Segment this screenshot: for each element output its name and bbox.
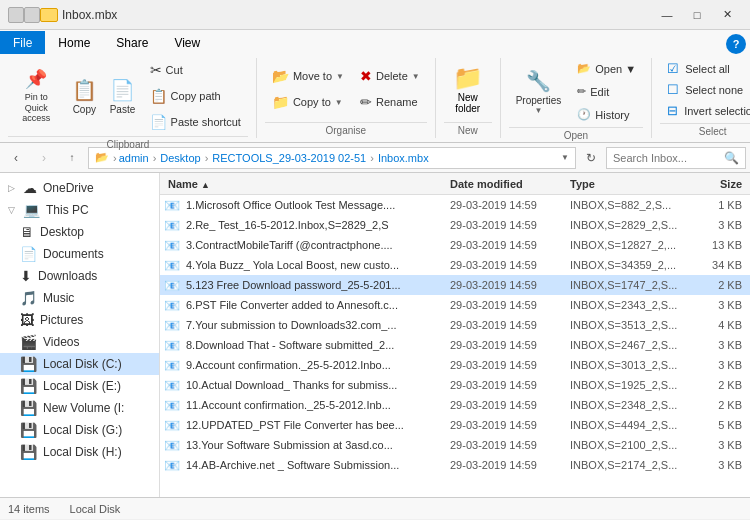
col-header-type[interactable]: Type <box>566 178 686 190</box>
close-button[interactable]: ✕ <box>712 4 742 26</box>
local-disk-c-icon: 💾 <box>20 356 37 372</box>
new-folder-icon: 📁 <box>453 64 483 92</box>
pin-to-quick-access-button[interactable]: 📌 Pin to Quickaccess <box>8 63 64 129</box>
table-row[interactable]: 📧 7.Your submission to Downloads32.com_.… <box>160 315 750 335</box>
move-to-arrow: ▼ <box>336 72 344 81</box>
file-icon: 📧 <box>164 238 180 253</box>
sidebar-item-local-disk-c[interactable]: 💾 Local Disk (C:) <box>0 353 159 375</box>
tab-home[interactable]: Home <box>45 31 103 54</box>
table-row[interactable]: 📧 3.ContractMobileTariff (@contractphone… <box>160 235 750 255</box>
search-box[interactable]: 🔍 <box>606 147 746 169</box>
table-row[interactable]: 📧 11.Account confirmation._25-5-2012.Inb… <box>160 395 750 415</box>
select-all-button[interactable]: ☑ Select all <box>660 58 750 79</box>
sidebar-item-local-disk-e[interactable]: 💾 Local Disk (E:) <box>0 375 159 397</box>
file-icon: 📧 <box>164 198 180 213</box>
table-row[interactable]: 📧 4.Yola Buzz_ Yola Local Boost, new cus… <box>160 255 750 275</box>
local-disk-status: Local Disk <box>70 503 121 515</box>
file-type: INBOX,S=2467_2,S... <box>566 339 686 351</box>
path-admin[interactable]: admin <box>119 152 149 164</box>
refresh-button[interactable]: ↻ <box>580 147 602 169</box>
window-controls: — □ ✕ <box>652 4 742 26</box>
sidebar-item-local-disk-g[interactable]: 💾 Local Disk (G:) <box>0 419 159 441</box>
file-list: 📧 1.Microsoft Office Outlook Test Messag… <box>160 195 750 497</box>
paste-button[interactable]: 📄 Paste <box>104 73 140 120</box>
copy-to-button[interactable]: 📁 Copy to ▼ <box>265 90 351 114</box>
file-type: INBOX,S=882_2,S... <box>566 199 686 211</box>
file-type: INBOX,S=2829_2,S... <box>566 219 686 231</box>
minimize-button[interactable]: — <box>652 4 682 26</box>
open-group-label: Open <box>509 127 643 143</box>
title-small-icon2 <box>24 7 40 23</box>
maximize-button[interactable]: □ <box>682 4 712 26</box>
desktop-icon: 🖥 <box>20 224 34 240</box>
table-row[interactable]: 📧 8.Download That - Software submitted_2… <box>160 335 750 355</box>
sidebar-item-desktop[interactable]: 🖥 Desktop <box>0 221 159 243</box>
file-size: 3 KB <box>686 219 746 231</box>
copy-button[interactable]: 📋 Copy <box>66 73 102 120</box>
table-row[interactable]: 📧 1.Microsoft Office Outlook Test Messag… <box>160 195 750 215</box>
address-dropdown-arrow[interactable]: ▼ <box>561 153 569 162</box>
local-disk-h-icon: 💾 <box>20 444 37 460</box>
file-size: 1 KB <box>686 199 746 211</box>
table-row[interactable]: 📧 13.Your Software Submission at 3asd.co… <box>160 435 750 455</box>
path-desktop[interactable]: Desktop <box>160 152 200 164</box>
sidebar-item-onedrive[interactable]: ▷ ☁ OneDrive <box>0 177 159 199</box>
table-row[interactable]: 📧 9.Account confirmation._25-5-2012.Inbo… <box>160 355 750 375</box>
search-icon[interactable]: 🔍 <box>724 151 739 165</box>
col-header-date[interactable]: Date modified <box>446 178 566 190</box>
file-icon: 📧 <box>164 438 180 453</box>
file-icon: 📧 <box>164 218 180 233</box>
sidebar-item-music[interactable]: 🎵 Music <box>0 287 159 309</box>
onedrive-label: OneDrive <box>43 181 94 195</box>
path-arrow: › <box>113 152 117 164</box>
delete-button[interactable]: ✖ Delete ▼ <box>353 64 427 88</box>
sidebar-item-new-volume[interactable]: 💾 New Volume (I: <box>0 397 159 419</box>
col-header-size[interactable]: Size <box>686 178 746 190</box>
copy-path-label: Copy path <box>171 90 221 102</box>
col-header-name[interactable]: Name ▲ <box>164 178 446 190</box>
history-btn[interactable]: 🕐 History <box>570 104 643 125</box>
path-inbox[interactable]: Inbox.mbx <box>378 152 429 164</box>
select-all-icon: ☑ <box>667 61 679 76</box>
sidebar-item-documents[interactable]: 📄 Documents <box>0 243 159 265</box>
cut-button[interactable]: ✂ Cut <box>143 58 248 82</box>
ribbon-group-open: 🔧 Properties ▼ 📂 Open ▼ ✏ Edit 🕐 <box>501 58 652 138</box>
edit-btn[interactable]: ✏ Edit <box>570 81 643 102</box>
rename-button[interactable]: ✏ Rename <box>353 90 427 114</box>
delete-arrow: ▼ <box>412 72 420 81</box>
tab-file[interactable]: File <box>0 31 45 54</box>
path-rectools[interactable]: RECTOOLS_29-03-2019 02-51 <box>212 152 366 164</box>
copy-path-button[interactable]: 📋 Copy path <box>143 84 248 108</box>
move-to-button[interactable]: 📂 Move to ▼ <box>265 64 351 88</box>
ribbon-group-organise: 📂 Move to ▼ 📁 Copy to ▼ ✖ Delete ▼ <box>257 58 436 138</box>
new-volume-label: New Volume (I: <box>43 401 124 415</box>
file-name: 5.123 Free Download password_25-5-201... <box>184 279 446 291</box>
tab-view[interactable]: View <box>161 31 213 54</box>
sidebar-item-local-disk-h[interactable]: 💾 Local Disk (H:) <box>0 441 159 463</box>
paste-shortcut-button[interactable]: 📄 Paste shortcut <box>143 110 248 134</box>
title-bar: Inbox.mbx — □ ✕ <box>0 0 750 30</box>
new-folder-button[interactable]: 📁 New folder <box>444 59 492 119</box>
table-row[interactable]: 📧 5.123 Free Download password_25-5-201.… <box>160 275 750 295</box>
open-btn[interactable]: 📂 Open ▼ <box>570 58 643 79</box>
properties-button[interactable]: 🔧 Properties ▼ <box>509 64 569 120</box>
select-none-button[interactable]: ☐ Select none <box>660 79 750 100</box>
table-row[interactable]: 📧 12.UPDATED_PST File Converter has bee.… <box>160 415 750 435</box>
invert-selection-button[interactable]: ⊟ Invert selection <box>660 100 750 121</box>
sidebar-item-videos[interactable]: 🎬 Videos <box>0 331 159 353</box>
select-buttons: ☑ Select all ☐ Select none ⊟ Invert sele… <box>660 58 750 121</box>
sidebar-item-pictures[interactable]: 🖼 Pictures <box>0 309 159 331</box>
sidebar-item-thispc[interactable]: ▽ 💻 This PC <box>0 199 159 221</box>
table-row[interactable]: 📧 10.Actual Download_ Thanks for submiss… <box>160 375 750 395</box>
help-button[interactable]: ? <box>726 34 746 54</box>
table-row[interactable]: 📧 2.Re_ Test_16-5-2012.Inbox,S=2829_2,S … <box>160 215 750 235</box>
table-row[interactable]: 📧 6.PST File Converter added to Annesoft… <box>160 295 750 315</box>
file-size: 3 KB <box>686 459 746 471</box>
sidebar-item-downloads[interactable]: ⬇ Downloads <box>0 265 159 287</box>
file-date: 29-03-2019 14:59 <box>446 279 566 291</box>
file-icon: 📧 <box>164 458 180 473</box>
tab-share[interactable]: Share <box>103 31 161 54</box>
file-type: INBOX,S=3013_2,S... <box>566 359 686 371</box>
table-row[interactable]: 📧 14.AB-Archive.net _ Software Submissio… <box>160 455 750 475</box>
search-input[interactable] <box>613 152 724 164</box>
